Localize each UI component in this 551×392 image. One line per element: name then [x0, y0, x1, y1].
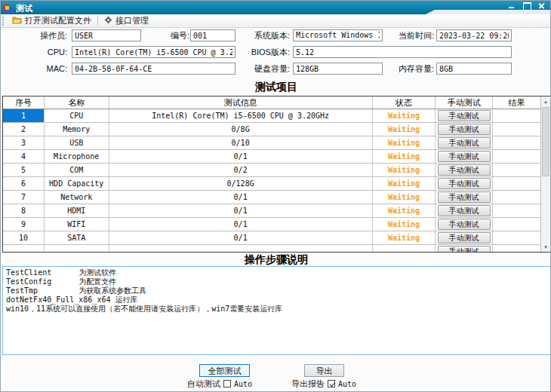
- row-test-info: Intel(R) Core(TM) i5-6500 CPU @ 3.20GHz: [152, 112, 329, 120]
- manual-test-button[interactable]: 手动测试: [438, 205, 491, 216]
- row-test-info: 0/1: [234, 234, 248, 242]
- scrollbar-thumb[interactable]: [542, 107, 549, 176]
- column-header-result[interactable]: 结果: [493, 96, 540, 109]
- row-name: COM: [69, 166, 83, 174]
- table-row[interactable]: 3 USB 0/10 Waiting 手动测试: [3, 136, 540, 150]
- table-row[interactable]: 1 CPU Intel(R) Core(TM) i5-6500 CPU @ 3.…: [3, 109, 540, 123]
- current-time-label: 当前时间:: [386, 30, 434, 41]
- row-name: Microphone: [54, 152, 99, 161]
- manual-test-button[interactable]: 手动测试: [438, 137, 491, 149]
- toolbar-separator: [97, 16, 98, 26]
- minimize-button[interactable]: [507, 2, 516, 9]
- scroll-down-icon[interactable]: ▼: [541, 242, 550, 252]
- column-header-status[interactable]: 状态: [373, 96, 436, 109]
- table-rows: 1 CPU Intel(R) Core(TM) i5-6500 CPU @ 3.…: [3, 109, 540, 252]
- ram-capacity-label: 内存容量:: [386, 63, 434, 75]
- manual-test-button[interactable]: 手动测试: [438, 110, 491, 121]
- manual-test-button[interactable]: 手动测试: [438, 164, 491, 176]
- bios-version-label: BIOS版本:: [242, 47, 290, 58]
- row-index: 10: [19, 234, 28, 242]
- operator-field[interactable]: [72, 29, 141, 41]
- row-index: 6: [21, 179, 26, 188]
- column-header-index[interactable]: 序号: [3, 96, 45, 109]
- hdd-capacity-field[interactable]: [293, 63, 383, 75]
- row-name: Memory: [63, 125, 90, 133]
- auto-test-caption: Auto: [234, 380, 252, 388]
- open-config-label: 打开测试配置文件: [25, 15, 91, 26]
- column-header-info[interactable]: 测试信息: [109, 96, 373, 109]
- interface-management-button[interactable]: 接口管理: [100, 14, 152, 27]
- table-row[interactable]: 8 HDMI 0/1 Waiting 手动测试: [3, 204, 540, 218]
- column-header-manual[interactable]: 手动测试: [436, 96, 493, 109]
- os-version-field[interactable]: [293, 29, 383, 41]
- toolbar-grip-handle[interactable]: [2, 17, 5, 26]
- table-row[interactable]: 10 SATA 0/1 Waiting 手动测试: [3, 231, 540, 245]
- table-row[interactable]: 4 Microphone 0/1 Waiting 手动测试: [3, 150, 540, 164]
- manual-test-button[interactable]: 手动测试: [438, 246, 491, 252]
- close-button[interactable]: [537, 2, 546, 9]
- row-name: HDD Capacity: [49, 179, 103, 188]
- instructions-box[interactable]: TestClient 为测试软件 TestConfig 为配置文件 TestTm…: [2, 266, 551, 355]
- row-test-info: 0/1: [234, 220, 248, 228]
- table-row[interactable]: 2 Memory 0/8G Waiting 手动测试: [3, 123, 540, 136]
- row-test-info: 0/2: [234, 166, 248, 174]
- row-index: 8: [21, 207, 26, 215]
- row-status: Waiting: [388, 193, 420, 201]
- row-test-info: 0/1: [234, 152, 248, 161]
- row-status: Waiting: [388, 152, 420, 161]
- toolbar: 打开测试配置文件 接口管理: [1, 14, 550, 28]
- row-test-info: 0/128G: [227, 179, 254, 188]
- export-report-checkbox[interactable]: [328, 380, 335, 387]
- table-row[interactable]: 7 Network 0/1 Waiting 手动测试: [3, 191, 540, 204]
- row-status: Waiting: [388, 112, 420, 120]
- table-row[interactable]: 9 WIFI 0/1 Waiting 手动测试: [3, 218, 540, 231]
- row-name: WIFI: [67, 220, 85, 228]
- manual-test-button[interactable]: 手动测试: [438, 232, 491, 243]
- test-items-heading: 测试项目: [1, 81, 551, 94]
- bios-version-field[interactable]: [293, 46, 512, 58]
- test-items-table: 序号 名称 测试信息 状态 手动测试 结果 1 CPU Intel(R) Cor…: [2, 96, 551, 253]
- number-label: 编号:: [156, 30, 189, 41]
- row-test-info: 0/1: [234, 207, 248, 215]
- table-row[interactable]: 6 HDD Capacity 0/128G Waiting 手动测试: [3, 177, 540, 191]
- number-field[interactable]: [190, 29, 235, 41]
- row-index: 4: [21, 152, 26, 161]
- window-title: 测试: [16, 3, 32, 14]
- row-name: SATA: [67, 234, 85, 242]
- row-index: 3: [21, 139, 26, 147]
- titlebar: 测试: [1, 1, 550, 14]
- auto-test-checkbox[interactable]: [223, 380, 231, 387]
- manual-test-button[interactable]: 手动测试: [438, 124, 491, 135]
- operator-label: 操作员:: [14, 30, 67, 41]
- test-all-button[interactable]: 全部测试: [199, 364, 250, 377]
- row-name: USB: [69, 139, 83, 147]
- table-row[interactable]: 手动测试: [3, 245, 540, 252]
- row-status: Waiting: [388, 234, 420, 242]
- export-report-caption: Auto: [338, 380, 356, 388]
- table-row[interactable]: 5 COM 0/2 Waiting 手动测试: [3, 164, 540, 177]
- row-index: 7: [21, 193, 26, 201]
- table-body: 序号 名称 测试信息 状态 手动测试 结果 1 CPU Intel(R) Cor…: [3, 96, 540, 252]
- row-index: 2: [21, 125, 26, 133]
- manual-test-button[interactable]: 手动测试: [438, 191, 491, 203]
- system-info-form: 操作员: 编号: 系统版本: 当前时间: CPU: BIOS版本: MAC: 硬…: [1, 29, 551, 79]
- table-scrollbar[interactable]: ▲ ▼: [540, 96, 550, 252]
- scroll-up-icon[interactable]: ▲: [541, 96, 550, 106]
- column-header-name[interactable]: 名称: [45, 96, 109, 109]
- export-report-label: 导出报告: [291, 378, 325, 390]
- manual-test-button[interactable]: 手动测试: [438, 178, 491, 189]
- open-config-button[interactable]: 打开测试配置文件: [8, 14, 95, 27]
- instructions-heading: 操作步骤说明: [1, 253, 551, 267]
- row-test-info: 0/8G: [232, 125, 250, 133]
- export-button[interactable]: 导出: [304, 364, 344, 377]
- maximize-button[interactable]: [522, 2, 531, 9]
- cpu-field[interactable]: [72, 46, 235, 58]
- current-time-field[interactable]: [436, 29, 512, 41]
- manual-test-button[interactable]: 手动测试: [438, 151, 491, 162]
- gear-icon: [104, 16, 112, 26]
- ram-capacity-field[interactable]: [436, 63, 512, 75]
- manual-test-button[interactable]: 手动测试: [438, 219, 491, 230]
- mac-field[interactable]: [72, 63, 235, 75]
- window-controls: [507, 2, 546, 9]
- app-window: 测试 打开测试配置文件 接口: [0, 0, 551, 392]
